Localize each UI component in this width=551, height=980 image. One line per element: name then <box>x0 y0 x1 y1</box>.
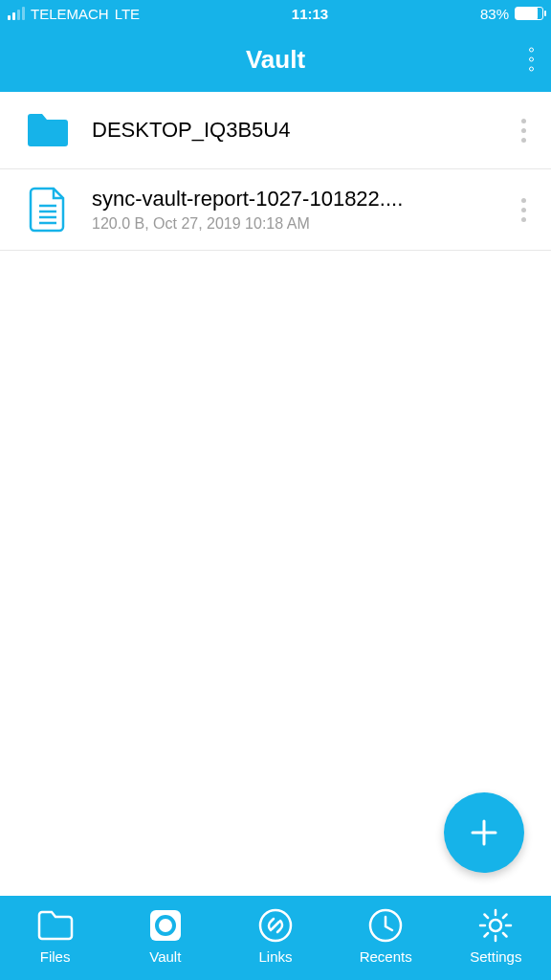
item-more-button[interactable] <box>516 113 532 148</box>
tab-bar: Files Vault Links Recents Settings <box>0 896 551 980</box>
battery-percent: 83% <box>480 6 509 22</box>
svg-rect-6 <box>150 910 181 941</box>
network-label: LTE <box>115 6 140 22</box>
tab-label: Files <box>40 948 71 965</box>
tab-recents[interactable]: Recents <box>331 906 441 965</box>
tab-files[interactable]: Files <box>0 906 110 965</box>
link-icon <box>257 906 294 945</box>
status-right: 83% <box>480 6 543 22</box>
add-button[interactable] <box>444 792 524 873</box>
folder-icon <box>25 109 71 151</box>
folder-outline-icon <box>36 906 75 945</box>
list-item-title: DESKTOP_IQ3B5U4 <box>92 118 495 143</box>
dots-vertical-icon <box>521 119 526 123</box>
vault-icon <box>147 906 184 945</box>
list-item-file[interactable]: sync-vault-report-1027-101822.... 120.0 … <box>0 169 551 251</box>
signal-icon <box>8 7 25 20</box>
document-icon <box>25 189 71 231</box>
tab-links[interactable]: Links <box>220 906 330 965</box>
list-item-folder[interactable]: DESKTOP_IQ3B5U4 <box>0 92 551 169</box>
tab-label: Links <box>258 948 292 965</box>
tab-label: Settings <box>470 948 521 965</box>
dots-vertical-icon <box>521 198 526 203</box>
clock-icon <box>367 906 404 945</box>
tab-label: Recents <box>360 948 412 965</box>
list-item-body: DESKTOP_IQ3B5U4 <box>92 118 495 143</box>
list-item-meta: 120.0 B, Oct 27, 2019 10:18 AM <box>92 215 495 233</box>
gear-icon <box>477 906 514 945</box>
tab-settings[interactable]: Settings <box>441 906 551 965</box>
item-more-button[interactable] <box>516 192 532 228</box>
tab-vault[interactable]: Vault <box>110 906 220 965</box>
svg-point-10 <box>490 920 501 931</box>
header: Vault <box>0 27 551 92</box>
status-bar: TELEMACH LTE 11:13 83% <box>0 0 551 27</box>
list-item-body: sync-vault-report-1027-101822.... 120.0 … <box>92 187 495 233</box>
page-title: Vault <box>246 45 305 75</box>
status-time: 11:13 <box>292 6 328 22</box>
carrier-label: TELEMACH <box>31 6 109 22</box>
status-left: TELEMACH LTE <box>8 6 140 22</box>
battery-icon <box>515 7 543 20</box>
dots-vertical-icon <box>529 48 534 53</box>
file-list: DESKTOP_IQ3B5U4 sync-vault-report-1027-1… <box>0 92 551 896</box>
tab-label: Vault <box>149 948 181 965</box>
list-item-title: sync-vault-report-1027-101822.... <box>92 187 495 212</box>
header-more-button[interactable] <box>529 48 534 72</box>
plus-icon <box>465 813 503 852</box>
